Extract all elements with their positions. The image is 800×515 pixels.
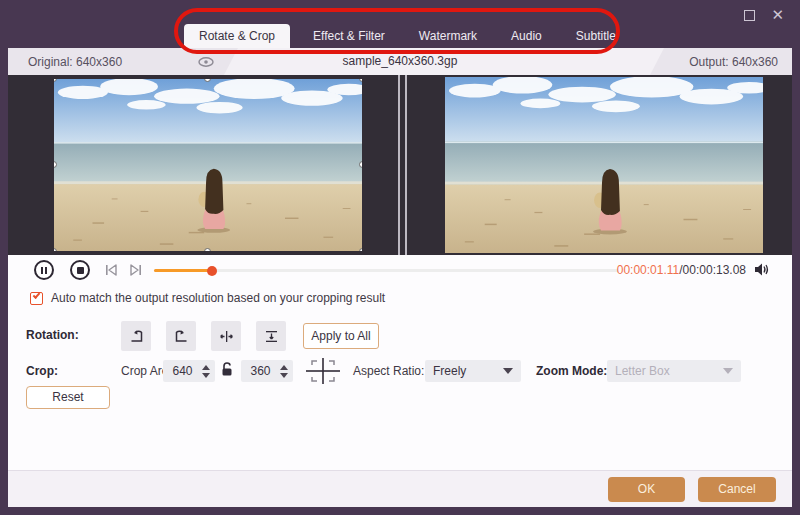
tab-subtitle[interactable]: Subtitle <box>565 24 627 48</box>
main-panel: 00:00:01.11/00:00:13.08 Auto match the o… <box>8 255 792 470</box>
stop-icon[interactable] <box>70 260 90 280</box>
zoom-mode-select: Letter Box <box>607 360 741 382</box>
stepper-down-icon[interactable] <box>202 373 210 378</box>
crop-label: Crop: <box>26 364 58 378</box>
rotate-right-icon[interactable] <box>166 321 196 351</box>
output-resolution-label: Output: 640x360 <box>689 55 778 69</box>
flip-horizontal-icon[interactable] <box>211 321 241 351</box>
aspect-ratio-select[interactable]: Freely <box>425 360 521 382</box>
auto-match-row: Auto match the output resolution based o… <box>30 291 385 305</box>
auto-match-label: Auto match the output resolution based o… <box>51 291 385 305</box>
next-frame-icon[interactable] <box>129 263 143 277</box>
lock-open-icon[interactable] <box>220 361 234 380</box>
app-window: Rotate & Crop Effect & Filter Watermark … <box>0 0 800 515</box>
preview-divider <box>398 75 400 255</box>
titlebar: Rotate & Crop Effect & Filter Watermark … <box>0 0 800 48</box>
cancel-button[interactable]: Cancel <box>698 477 776 502</box>
flip-vertical-icon[interactable] <box>256 321 286 351</box>
top-tabs: Rotate & Crop Effect & Filter Watermark … <box>184 24 627 48</box>
time-display: 00:00:01.11/00:00:13.08 <box>617 263 746 277</box>
stepper-up-icon[interactable] <box>202 365 210 370</box>
auto-match-checkbox[interactable] <box>30 292 43 305</box>
crop-height-value[interactable]: 360 <box>241 364 280 378</box>
chevron-down-icon <box>503 368 513 374</box>
original-preview-tab: Original: 640x360 <box>8 48 238 75</box>
aspect-ratio-value: Freely <box>433 364 466 378</box>
crop-handle[interactable] <box>359 79 362 82</box>
aspect-ratio-label: Aspect Ratio: <box>353 364 424 378</box>
output-video-preview <box>445 77 763 253</box>
crop-width-value[interactable]: 640 <box>163 364 202 378</box>
rotation-label: Rotation: <box>26 328 79 342</box>
zoom-mode-value: Letter Box <box>615 364 670 378</box>
progress-thumb[interactable] <box>207 266 217 276</box>
total-time: /00:00:13.08 <box>679 263 746 277</box>
crop-handle[interactable] <box>204 79 211 82</box>
previous-frame-icon[interactable] <box>104 263 118 277</box>
progress-fill <box>154 269 212 272</box>
crop-handle[interactable] <box>359 161 362 168</box>
stepper-up-icon[interactable] <box>280 365 288 370</box>
crop-handle[interactable] <box>54 248 57 251</box>
checkmark-icon <box>33 291 41 299</box>
preview-header: sample_640x360.3gp Original: 640x360 Out… <box>8 48 792 75</box>
crop-position-icon[interactable] <box>304 356 342 389</box>
video-preview-area <box>8 75 792 255</box>
original-resolution-label: Original: 640x360 <box>28 55 122 69</box>
current-time: 00:00:01.11 <box>617 263 680 277</box>
output-preview-tab: Output: 640x360 <box>650 48 792 75</box>
footer-bar: OK Cancel <box>8 470 792 507</box>
tab-watermark[interactable]: Watermark <box>408 24 488 48</box>
tab-effect-filter[interactable]: Effect & Filter <box>302 24 396 48</box>
pause-icon[interactable] <box>34 260 54 280</box>
zoom-mode-label: Zoom Mode: <box>536 364 607 378</box>
maximize-icon[interactable] <box>744 10 755 21</box>
tab-audio[interactable]: Audio <box>500 24 553 48</box>
eye-icon[interactable] <box>197 55 215 69</box>
crop-handle[interactable] <box>54 79 57 82</box>
close-icon[interactable]: ✕ <box>771 8 784 22</box>
original-video-preview[interactable] <box>54 79 362 251</box>
tab-rotate-crop[interactable]: Rotate & Crop <box>184 24 290 48</box>
preview-divider <box>405 75 407 255</box>
rotate-left-icon[interactable] <box>121 321 151 351</box>
crop-handle[interactable] <box>359 248 362 251</box>
progress-slider[interactable] <box>154 269 618 272</box>
volume-icon[interactable] <box>753 262 770 280</box>
stepper-down-icon[interactable] <box>280 373 288 378</box>
chevron-down-icon <box>723 368 733 374</box>
crop-handle[interactable] <box>204 248 211 251</box>
crop-width-stepper[interactable]: 640 <box>163 360 215 382</box>
reset-button[interactable]: Reset <box>26 386 110 409</box>
crop-handle[interactable] <box>54 161 57 168</box>
player-bar: 00:00:01.11/00:00:13.08 <box>8 255 792 285</box>
crop-box[interactable] <box>54 79 362 251</box>
ok-button[interactable]: OK <box>608 477 685 502</box>
crop-height-stepper[interactable]: 360 <box>241 360 293 382</box>
apply-to-all-button[interactable]: Apply to All <box>303 323 379 349</box>
